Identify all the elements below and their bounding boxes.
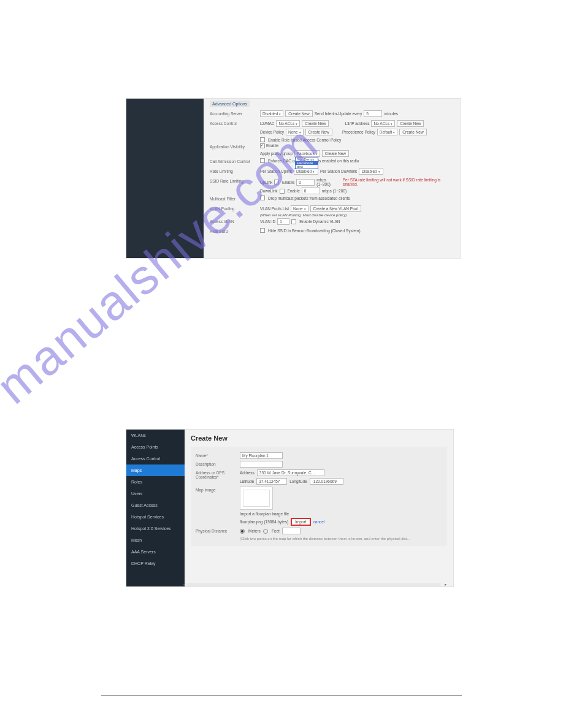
h-scrollbar[interactable]: ◂ ▸	[186, 583, 447, 586]
desc-input[interactable]	[240, 461, 283, 468]
appvis-group-select[interactable]: Facebook No_Denys Facebook test	[294, 150, 320, 157]
accounting-create-button[interactable]: Create New	[285, 110, 312, 117]
import-button[interactable]: Import	[291, 518, 310, 526]
cancel-link[interactable]: cancel	[313, 520, 325, 524]
vlanid-label: VLAN ID	[260, 219, 275, 224]
name-input[interactable]: My Floorplan 1	[240, 452, 283, 459]
ssid-up-checkbox[interactable]	[274, 180, 279, 184]
ssid-up-enable: Enable	[282, 180, 294, 184]
sidebar-item-hotspot-services[interactable]: Hotspot Services	[126, 511, 185, 523]
vlanpools-select[interactable]: None	[291, 205, 308, 212]
import-label: Import a floorplan image file	[240, 512, 289, 516]
multicast-text: Drop multicast packets from associated c…	[268, 196, 350, 200]
multicast-checkbox[interactable]	[260, 195, 265, 200]
meters-radio[interactable]	[240, 529, 245, 534]
ssid-up-input[interactable]: 0	[296, 179, 315, 186]
sidebar-item-aaa-servers[interactable]: AAA Servers	[126, 546, 185, 558]
hidessid-text: Hide SSID in Beacon Broadcasting (Closed…	[268, 229, 361, 233]
label-access-control: Access Control	[210, 120, 260, 126]
interim-input[interactable]: 5	[364, 110, 382, 117]
label-ssid-rate: SSID Rate Limiting	[210, 178, 260, 183]
mapimg-label: Map Image	[196, 487, 240, 492]
lat-input[interactable]: 37.4112457	[256, 478, 287, 485]
precpolicy-select[interactable]: Default	[377, 129, 398, 135]
dynvlan-label: Enable Dynamic VLAN	[299, 219, 340, 224]
sidebar-item-wlans[interactable]: WLANs	[126, 430, 185, 441]
appvis-dropdown-list[interactable]: No_Denys Facebook test	[295, 157, 318, 169]
label-rate-limiting: Rate Limiting	[210, 168, 260, 173]
appvis-create[interactable]: Create New	[322, 150, 349, 157]
label-multicast: Multicast Filter	[210, 195, 260, 201]
page-rule	[101, 696, 462, 696]
devpolicy-label: Device Policy	[260, 130, 284, 134]
screenshot-maps-create: ▴ ▾ WLANsAccess PointsAccess ControlMaps…	[126, 429, 454, 587]
sidebar-item-hotspot-2-0-services[interactable]: Hotspot 2.0 Services	[126, 523, 185, 534]
role-acp-checkbox[interactable]	[260, 137, 265, 142]
lon-label: Longitude	[289, 479, 307, 483]
meters-label: Meters	[248, 529, 261, 533]
sidebar-item-guest-access[interactable]: Guest Access	[126, 499, 185, 511]
ssid-dn-enable: Enable	[288, 189, 300, 193]
l2mac-create[interactable]: Create New	[302, 120, 329, 127]
label-accounting-server: Accounting Server	[210, 110, 260, 116]
appvis-checkbox[interactable]	[260, 143, 265, 148]
sidebar-item-dhcp-relay[interactable]: DHCP Relay	[126, 558, 185, 569]
vlanid-input[interactable]: 1	[277, 218, 289, 225]
role-acp-label: Enable Role based Access Control Policy	[268, 138, 341, 142]
l3-create[interactable]: Create New	[397, 120, 424, 127]
sidebar-item-mesh[interactable]: Mesh	[126, 534, 185, 546]
physdist-label: Physical Distance	[196, 528, 240, 533]
ssid-warning: Per STA rate limiting will not work if S…	[343, 178, 454, 186]
appvis-enable: Enable	[266, 143, 278, 148]
cac-enforce: Enforce CAC on	[268, 159, 297, 163]
ssid-up-unit: mbps (1~200)	[316, 178, 340, 186]
l2mac-label: L2/MAC	[260, 121, 274, 126]
interim-unit: minutes	[384, 112, 398, 116]
address-sublabel: Address	[240, 471, 255, 475]
label-access-vlan: Access VLAN	[210, 218, 260, 224]
ssid-dn-input[interactable]: 0	[302, 188, 320, 194]
physdist-input[interactable]	[282, 528, 301, 534]
label-hide-ssid: Hide SSID	[210, 228, 260, 233]
label-cac: Call Admission Control	[210, 158, 260, 164]
sidebar-dark	[126, 99, 204, 258]
vlanpools-label: VLAN Pools List	[260, 207, 289, 211]
advanced-options-header[interactable]: Advanced Options	[210, 100, 250, 107]
accounting-select[interactable]: Disabled	[260, 110, 283, 117]
label-app-visibility: Application Visibility	[210, 143, 260, 149]
scroll-right-icon[interactable]: ▸	[445, 582, 447, 587]
sidebar-item-roles[interactable]: Roles	[126, 476, 185, 488]
interim-label: Send Interim-Update every	[315, 112, 362, 116]
sidebar-item-access-control[interactable]: Access Control	[126, 453, 185, 464]
physdist-hint: (Click two points on the map for which t…	[240, 537, 410, 540]
address-label: Address or GPS Coordinates*	[196, 469, 240, 479]
dynvlan-checkbox[interactable]	[291, 219, 296, 224]
address-input[interactable]: 350 W Java Dr, Sunnyvale, C...	[257, 469, 324, 476]
rate-dn-label: Per Station Downlink	[320, 169, 357, 173]
scroll-left-icon[interactable]: ◂	[183, 582, 185, 587]
hidessid-checkbox[interactable]	[260, 228, 265, 233]
map-thumbnail	[240, 487, 273, 510]
precpolicy-create[interactable]: Create New	[399, 129, 426, 135]
lon-input[interactable]: -122.0196069	[310, 478, 343, 485]
sidebar-item-users[interactable]: Users	[126, 488, 185, 499]
devpolicy-select[interactable]: None	[286, 129, 304, 135]
feet-radio[interactable]	[263, 529, 268, 534]
l3-select[interactable]: No ACLs	[371, 120, 395, 127]
rate-dn-select[interactable]: Disabled	[359, 168, 383, 175]
ssid-dn-checkbox[interactable]	[280, 189, 285, 194]
ssid-uplink-label: UpLink	[260, 180, 272, 184]
sidebar-nav: WLANsAccess PointsAccess ControlMapsRole…	[126, 430, 185, 586]
vlanpools-note: (When set VLAN Pooling, Must disable dev…	[260, 213, 347, 217]
l2mac-select[interactable]: No ACLs	[276, 120, 300, 127]
l3-label: L3/IP address	[345, 121, 369, 126]
desc-label: Description	[196, 461, 240, 466]
devpolicy-create[interactable]: Create New	[305, 129, 332, 135]
cac-checkbox[interactable]	[260, 158, 265, 163]
sidebar-item-maps[interactable]: Maps	[126, 464, 185, 476]
file-text: floorplan.png (15884 bytes)	[240, 520, 288, 524]
dd-option[interactable]: test	[296, 165, 318, 169]
rate-up-label: Per Station Uplink	[260, 169, 292, 173]
sidebar-item-access-points[interactable]: Access Points	[126, 441, 185, 453]
vlanpools-create[interactable]: Create a New VLAN Pool	[310, 205, 361, 212]
